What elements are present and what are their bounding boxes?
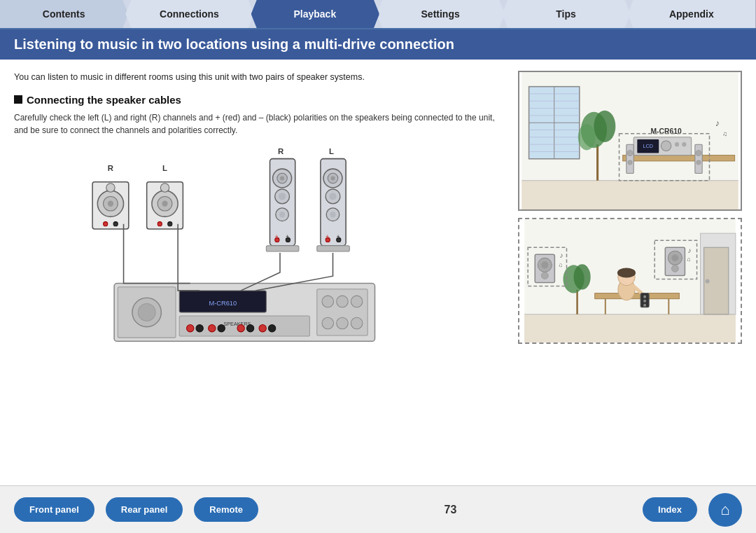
svg-point-5 [104,222,108,226]
svg-text:R: R [278,147,284,155]
svg-text:+: + [275,234,279,240]
svg-point-117 [671,265,678,272]
svg-point-84 [578,124,596,150]
page-title-bar: Listening to music in two locations usin… [0,29,756,60]
svg-point-110 [541,261,548,268]
svg-rect-96 [695,144,702,173]
svg-point-61 [322,296,334,307]
svg-point-34 [330,176,335,180]
svg-point-107 [706,279,710,283]
svg-point-116 [671,254,678,261]
svg-rect-103 [524,314,736,342]
svg-point-91 [682,142,686,146]
svg-point-38 [330,212,335,217]
intro-text: You can listen to music in different roo… [14,71,504,84]
svg-rect-85 [623,155,735,161]
svg-point-55 [218,324,225,331]
tab-playback[interactable]: Playback [251,0,379,28]
left-section: You can listen to music in different roo… [14,71,504,472]
svg-text:L: L [329,147,334,155]
svg-text:♫: ♫ [722,130,727,137]
svg-point-83 [594,111,615,142]
svg-text:M-CR610: M-CR610 [209,300,237,307]
svg-point-54 [209,324,216,331]
svg-text:♫: ♫ [686,256,690,263]
svg-point-6 [113,222,118,226]
front-panel-button[interactable]: Front panel [14,497,94,522]
svg-text:LCD: LCD [643,143,653,149]
svg-point-62 [337,296,349,307]
svg-point-122 [574,264,591,289]
svg-point-3 [108,201,113,207]
svg-text:+: + [326,234,329,240]
room-illustration-bottom: ♪ ♫ ♪ ♫ [518,218,742,344]
svg-point-89 [661,141,671,151]
page-title: Listening to music in two locations usin… [14,36,742,53]
svg-text:L: L [162,164,167,172]
page-number: 73 [270,504,631,516]
svg-point-22 [279,193,286,200]
svg-point-36 [329,193,336,200]
main-content: You can listen to music in different roo… [0,60,756,479]
home-button[interactable]: ⌂ [708,493,742,527]
svg-rect-25 [266,246,299,251]
svg-point-64 [322,317,334,329]
svg-point-97 [696,150,701,155]
svg-text:♪: ♪ [687,247,691,254]
tab-tips[interactable]: Tips [502,0,630,28]
svg-point-131 [643,296,646,298]
home-icon: ⌂ [720,501,729,519]
remote-button[interactable]: Remote [194,497,258,522]
svg-rect-68 [522,181,738,209]
svg-point-47 [138,303,155,321]
speaker-diagram: R L R [14,146,504,356]
section-heading: Connecting the speaker cables [14,94,504,106]
svg-text:R: R [108,164,113,172]
heading-text: Connecting the speaker cables [27,94,181,106]
svg-point-95 [628,160,632,165]
index-button[interactable]: Index [643,497,697,522]
bottom-nav: Front panel Rear panel Remote 73 Index ⌂ [0,485,756,533]
svg-point-11 [162,201,167,207]
svg-point-12 [160,184,169,192]
svg-point-128 [617,268,636,277]
svg-point-53 [196,324,203,331]
svg-point-20 [280,176,284,180]
svg-rect-93 [626,144,634,173]
svg-point-132 [643,300,646,303]
body-text: Carefully check the left (L) and right (… [14,111,504,137]
svg-point-133 [643,304,646,307]
svg-point-4 [106,184,115,192]
svg-point-57 [246,324,253,331]
svg-point-90 [675,142,679,146]
rear-panel-button[interactable]: Rear panel [106,497,183,522]
svg-point-24 [279,212,285,217]
svg-text:+: + [286,234,289,240]
tab-appendix[interactable]: Appendix [628,0,756,28]
svg-point-111 [541,272,548,279]
svg-text:+: + [337,234,340,240]
svg-point-14 [168,222,172,226]
svg-text:SPEAKERS: SPEAKERS [223,320,251,326]
room-illustration-top: LCD M-CR610 ♪ ♫ [518,71,742,211]
svg-text:♪: ♪ [559,251,563,259]
svg-rect-39 [317,246,350,251]
svg-point-58 [259,324,266,331]
svg-point-63 [351,296,363,307]
svg-point-56 [237,324,244,331]
svg-point-13 [158,222,162,226]
svg-point-98 [696,160,701,165]
tab-connections[interactable]: Connections [125,0,253,28]
nav-tabs: Contents Connections Playback Settings T… [0,0,756,29]
svg-text:♪: ♪ [715,118,720,128]
tab-settings[interactable]: Settings [377,0,505,28]
tab-contents[interactable]: Contents [0,0,128,28]
svg-point-59 [268,324,275,331]
svg-rect-123 [595,293,680,299]
svg-point-66 [351,317,363,329]
svg-point-65 [337,317,349,329]
svg-text:♫: ♫ [558,262,562,268]
svg-point-52 [187,324,194,331]
right-section: LCD M-CR610 ♪ ♫ [518,71,742,472]
svg-point-94 [627,150,633,155]
